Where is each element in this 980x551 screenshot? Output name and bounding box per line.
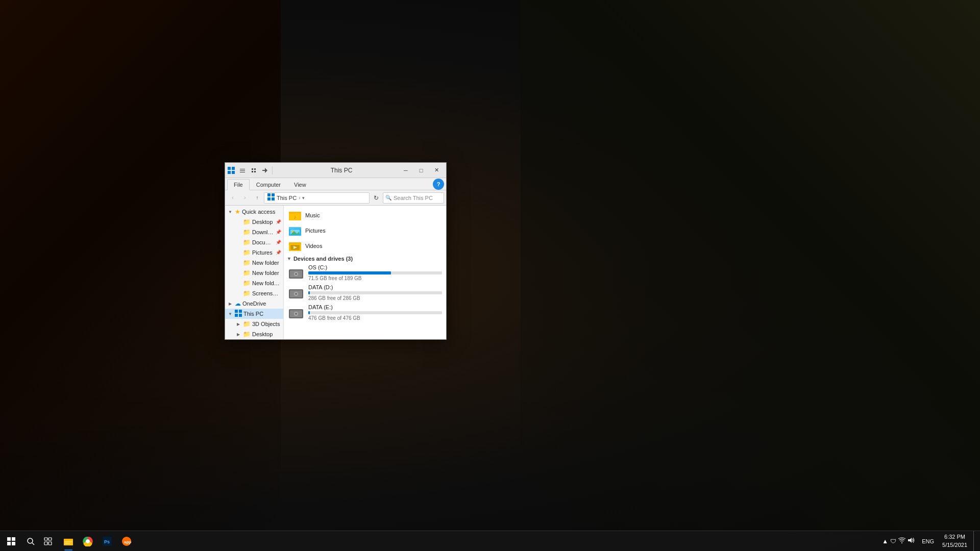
svg-marker-64 — [908, 538, 912, 543]
taskbar-clock[interactable]: 6:32 PM 5/15/2021 — [937, 533, 972, 549]
taskbar-photoshop-icon[interactable]: Ps — [98, 531, 116, 552]
drive-d-label: DATA (D:) — [308, 284, 442, 290]
svg-rect-43 — [12, 537, 15, 541]
network-icon[interactable] — [898, 537, 905, 545]
svg-rect-54 — [64, 539, 67, 541]
taskbar-app-icons: Ps app — [57, 531, 138, 552]
search-box[interactable]: 🔍 Search This PC — [383, 192, 444, 204]
devices-section-header[interactable]: ▼ Devices and drives (3) — [286, 254, 444, 263]
path-dropdown[interactable]: ▾ — [302, 195, 305, 201]
refresh-button[interactable]: ↻ — [371, 192, 382, 204]
3d-expand: ▶ — [235, 321, 241, 327]
svg-point-36 — [296, 293, 297, 294]
sidebar-nf2-label: New folder — [252, 270, 279, 276]
close-button[interactable]: ✕ — [429, 163, 444, 178]
sidebar-item-3dobjects[interactable]: ▶ 📁 3D Objects — [225, 319, 283, 329]
forward-button[interactable]: › — [239, 192, 251, 204]
taskbar-taskview-button[interactable] — [39, 531, 57, 552]
address-path[interactable]: This PC › ▾ — [264, 192, 370, 204]
drive-d[interactable]: DATA (D:) 286 GB free of 286 GB — [286, 283, 444, 303]
svg-rect-10 — [235, 314, 238, 317]
pictures-expand — [235, 249, 241, 256]
help-button[interactable]: ? — [433, 179, 444, 190]
svg-rect-56 — [65, 543, 70, 544]
folder-pictures[interactable]: Pictures — [286, 223, 444, 238]
taskbar-right: ▲ 🛡 ENG — [878, 531, 980, 552]
svg-text:Ps: Ps — [104, 539, 110, 544]
content-area: ♪ Music Pictures — [284, 206, 446, 339]
svg-rect-45 — [12, 542, 15, 545]
tab-file[interactable]: File — [227, 179, 250, 190]
sidebar-quick-access[interactable]: ▼ ★ Quick access — [225, 207, 283, 217]
path-icon — [267, 193, 275, 202]
sidebar-item-newfolder2[interactable]: 📁 New folder — [225, 268, 283, 278]
drive-e[interactable]: DATA (E:) 476 GB free of 476 GB — [286, 303, 444, 322]
taskbar-app4-icon[interactable]: app — [117, 531, 136, 552]
svg-line-47 — [32, 543, 34, 545]
sidebar-desktop-label: Desktop — [252, 219, 273, 225]
drive-e-icon — [288, 305, 304, 320]
sidebar-item-downloads[interactable]: 📁 Downloads 📌 — [225, 227, 283, 237]
title-quick-icons — [237, 165, 270, 176]
sidebar-item-onedrive[interactable]: ▶ ☁ OneDrive — [225, 298, 283, 309]
sidebar-item-desktop2[interactable]: ▶ 📁 Desktop — [225, 329, 283, 339]
taskbar-search-button[interactable] — [22, 531, 39, 552]
svg-point-31 — [296, 273, 297, 274]
svg-rect-42 — [7, 537, 11, 541]
sidebar-documents-label: Documents — [252, 239, 274, 245]
language-indicator[interactable]: ENG — [920, 538, 936, 544]
quick-icon-1[interactable] — [237, 165, 248, 176]
drive-e-fill — [308, 311, 310, 314]
svg-rect-51 — [48, 542, 52, 545]
minimize-button[interactable]: ─ — [398, 163, 413, 178]
character-right — [521, 0, 980, 531]
security-icon[interactable]: 🛡 — [890, 538, 896, 545]
show-hidden-icons[interactable]: ▲ — [882, 538, 888, 545]
svg-rect-6 — [267, 197, 271, 201]
sidebar-item-newfolder4[interactable]: 📁 New folder (4) — [225, 278, 283, 288]
sidebar-thispc-label: This PC — [243, 311, 263, 317]
pictures-icon — [288, 224, 302, 237]
quick-access-label: Quick access — [242, 209, 275, 215]
path-text: This PC — [277, 195, 297, 201]
maximize-button[interactable]: □ — [413, 163, 429, 178]
svg-rect-24 — [289, 242, 294, 244]
svg-rect-11 — [239, 314, 242, 317]
drive-e-info: DATA (E:) 476 GB free of 476 GB — [308, 304, 442, 321]
svg-text:app: app — [124, 540, 131, 544]
videos-icon — [288, 240, 302, 252]
folder-music[interactable]: ♪ Music — [286, 208, 444, 223]
show-desktop-button[interactable] — [973, 531, 976, 552]
tab-computer[interactable]: Computer — [250, 179, 287, 190]
start-button[interactable] — [0, 531, 22, 552]
back-button[interactable]: ‹ — [227, 192, 238, 204]
address-bar: ‹ › ↑ This PC › ▾ ↻ 🔍 Sea — [225, 190, 446, 206]
drive-c[interactable]: OS (C:) 71.5 GB free of 189 GB — [286, 263, 444, 283]
sidebar-item-documents[interactable]: 📁 Documents 📌 — [225, 237, 283, 247]
taskbar: Ps app ▲ 🛡 — [0, 531, 980, 551]
tab-view[interactable]: View — [287, 179, 313, 190]
nf2-expand — [235, 270, 241, 276]
drive-d-info: DATA (D:) 286 GB free of 286 GB — [308, 284, 442, 301]
taskbar-chrome-icon[interactable] — [79, 531, 97, 552]
svg-text:♪: ♪ — [294, 214, 297, 220]
quick-icon-2[interactable] — [249, 165, 259, 176]
svg-rect-5 — [272, 193, 275, 196]
sidebar-item-screenshots[interactable]: 📁 Screenshots — [225, 288, 283, 298]
desktop-expand — [235, 219, 241, 225]
thispc-expand: ▼ — [227, 311, 233, 317]
sidebar-item-pictures[interactable]: 📁 Pictures 📌 — [225, 247, 283, 258]
volume-icon[interactable] — [908, 537, 915, 545]
sidebar-screenshots-label: Screenshots — [252, 290, 281, 296]
svg-rect-1 — [232, 167, 235, 170]
taskbar-explorer-icon[interactable] — [59, 531, 78, 552]
sidebar-item-newfolder1[interactable]: 📁 New folder — [225, 258, 283, 268]
up-button[interactable]: ↑ — [252, 192, 263, 204]
svg-rect-0 — [228, 167, 231, 170]
quick-icon-3[interactable] — [260, 165, 270, 176]
sidebar-item-desktop[interactable]: 📁 Desktop 📌 — [225, 217, 283, 227]
sidebar-3d-label: 3D Objects — [252, 321, 280, 327]
taskbar-sys-icons: ▲ 🛡 — [878, 531, 919, 552]
sidebar-item-thispc[interactable]: ▼ This PC — [225, 309, 283, 319]
folder-videos[interactable]: Videos — [286, 238, 444, 254]
